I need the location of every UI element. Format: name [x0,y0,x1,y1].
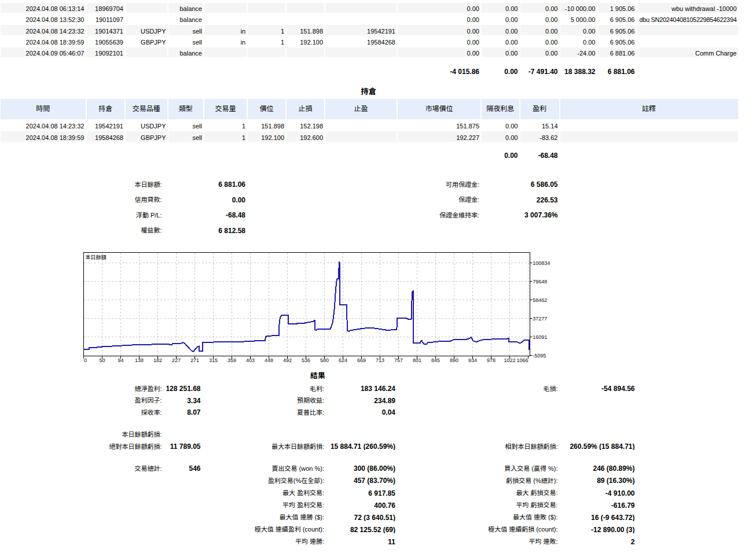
svg-text:978: 978 [487,357,496,363]
svg-text:50: 50 [100,357,105,363]
svg-text:492: 492 [283,357,292,363]
svg-text:138: 138 [135,357,144,363]
svg-text:37277: 37277 [533,316,547,322]
svg-text:本日餘額: 本日餘額 [86,254,107,260]
svg-text:801: 801 [413,357,421,363]
svg-text:315: 315 [209,357,218,363]
svg-text:580: 580 [320,357,329,363]
svg-text:536: 536 [302,357,310,363]
svg-text:624: 624 [339,357,347,363]
svg-text:890: 890 [450,357,458,363]
svg-text:934: 934 [468,357,477,363]
svg-text:448: 448 [265,357,273,363]
svg-text:0: 0 [84,357,87,363]
svg-text:845: 845 [431,357,440,363]
svg-text:271: 271 [190,357,199,363]
svg-text:227: 227 [172,357,181,363]
svg-text:713: 713 [376,357,384,363]
svg-text:403: 403 [246,357,255,363]
svg-text:669: 669 [357,357,366,363]
svg-text:16091: 16091 [533,334,547,340]
svg-text:94: 94 [118,357,124,363]
svg-text:1022: 1022 [504,357,516,363]
svg-text:-5095: -5095 [533,353,546,359]
svg-text:100834: 100834 [533,260,550,266]
svg-text:182: 182 [153,357,162,363]
svg-text:757: 757 [394,357,403,363]
svg-text:79648: 79648 [533,279,547,285]
svg-text:58462: 58462 [533,297,547,303]
svg-text:1066: 1066 [517,357,529,363]
svg-text:359: 359 [227,357,236,363]
